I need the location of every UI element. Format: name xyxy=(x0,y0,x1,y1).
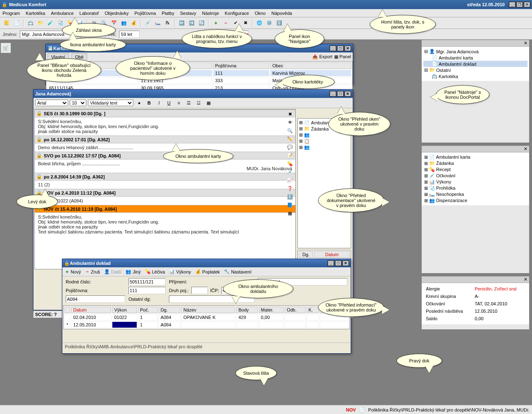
gear-icon[interactable]: ⚙️ xyxy=(265,19,273,27)
bed-icon[interactable]: 🛏️ xyxy=(154,19,162,27)
font-select[interactable]: Arial xyxy=(35,100,68,106)
menu-konfigurace[interactable]: Konfigurace xyxy=(225,11,249,16)
menu-nastroje[interactable]: Nástroje xyxy=(202,11,219,16)
info-icon[interactable]: ℹ️ xyxy=(286,193,294,200)
question-icon[interactable]: ❓ xyxy=(286,185,294,192)
close-icon[interactable]: ✕ xyxy=(524,40,527,46)
maximize-button[interactable]: □ xyxy=(337,91,344,97)
jiny-button[interactable]: 👥Jiný xyxy=(126,269,141,274)
calendar-icon[interactable]: 📅 xyxy=(110,19,118,27)
entry-body[interactable]: Výkony: 01022 (A084) xyxy=(35,197,295,205)
minimize-button[interactable]: _ xyxy=(330,45,336,51)
lab-icon[interactable]: 🧪 xyxy=(46,19,55,27)
tree-node[interactable]: ⊞ 👥 xyxy=(299,144,350,150)
menu-objednavky[interactable]: Objednávky xyxy=(104,11,128,16)
entries-list[interactable]: 🔒 SES čt 30.9.1999 00:00 [Dg. ]S:Svědění… xyxy=(34,109,296,269)
edit-icon[interactable]: 📝 xyxy=(286,152,294,159)
close-icon[interactable]: ✕ xyxy=(524,146,527,152)
search-icon[interactable]: 🔍 xyxy=(286,127,294,134)
minimize-button[interactable]: _ xyxy=(509,2,515,7)
grid-icon[interactable]: ▦ xyxy=(286,209,294,217)
druh-input[interactable] xyxy=(191,287,208,294)
left-arrow-icon[interactable]: ⬅️ xyxy=(178,19,186,27)
table-row[interactable]: 02.04.2010010221A084OPAKOVANÉ K4290,00 xyxy=(64,314,349,321)
pill-icon[interactable]: 💊 xyxy=(286,160,294,167)
windows-tree[interactable]: ⊟ 👤 Mgr. Jana Adamcová 📄 Ambulantní kart… xyxy=(422,47,529,81)
book-icon[interactable]: 📘 xyxy=(286,201,294,209)
add-icon[interactable]: ＋ xyxy=(211,19,220,27)
eye-icon[interactable]: 👁 xyxy=(286,119,294,126)
entry-header[interactable]: 🔒 po 16.12.2002 17:01 [Dg. A362] xyxy=(35,136,295,143)
size-select[interactable]: 10 xyxy=(70,100,86,106)
syringe-icon[interactable]: 💉 xyxy=(144,19,152,27)
entry-body[interactable]: Bolest břicha, průjem ..................… xyxy=(35,159,295,173)
entry-body[interactable]: 11 (2) xyxy=(35,181,295,189)
maximize-button[interactable]: ❐ xyxy=(516,2,523,7)
maximize-button[interactable]: □ xyxy=(335,260,342,266)
money-icon[interactable]: 💰 xyxy=(130,19,138,27)
close-button[interactable]: ✕ xyxy=(344,45,351,51)
menu-platby[interactable]: Platby xyxy=(162,11,174,16)
entry-header[interactable]: 🔒 NOV čt 15.4.2010 11:19 [Dg. A084] xyxy=(35,205,295,213)
people-icon[interactable]: 👥 xyxy=(120,19,128,27)
menu-laborator[interactable]: Laboratoř xyxy=(79,11,99,16)
dalsi-button[interactable]: 👤Další xyxy=(104,269,121,274)
entry-body[interactable]: Demo dekurs Hrtanový záškrt.............… xyxy=(35,143,295,152)
document-icon[interactable]: 📄 xyxy=(12,19,21,27)
refresh-icon[interactable]: 🔄 xyxy=(197,19,206,27)
left-dock[interactable]: 🛒 xyxy=(1,43,11,53)
menu-program[interactable]: Program xyxy=(2,11,20,16)
documentation-tree[interactable]: ⊞ 📄 Ambulantní karta⊞ 📁 Žádanka⊞ 💊 Recep… xyxy=(422,152,529,205)
maximize-button[interactable]: □ xyxy=(337,45,344,51)
chart-icon[interactable]: 📈 xyxy=(286,176,294,184)
leciva-button[interactable]: 💊Léčiva xyxy=(145,269,165,274)
info-icon[interactable]: ℹ️ xyxy=(275,19,283,27)
entry-body[interactable]: S:Svědění konečníku,Obj: klidné hemoroid… xyxy=(35,117,295,136)
syringe-icon[interactable]: 💉 xyxy=(286,168,294,176)
circle-icon[interactable]: ● xyxy=(135,99,143,107)
close-button[interactable]: ✕ xyxy=(342,260,349,266)
entry-header[interactable]: 🔒 po 2.8.2004 14:39 [Dg. A362] xyxy=(35,173,295,181)
tree-node[interactable]: 📄 Ambulantní karta xyxy=(423,55,527,61)
col-obec[interactable]: Obec xyxy=(270,62,352,69)
vek-field[interactable]: 59 let xyxy=(119,31,140,38)
align-left-icon[interactable]: ≡ xyxy=(175,99,183,107)
zrus-button[interactable]: －Zruš xyxy=(85,269,100,275)
folder-icon[interactable]: 📁 xyxy=(36,19,45,27)
tree-node[interactable]: ⊞ 👥 Dispenzarizace xyxy=(423,197,527,204)
entry-header[interactable]: 🔒 NOV pá 2.4.2010 11:12 [Dg. A084] xyxy=(35,189,295,197)
tree-node[interactable]: ⊟ 📁 Ostatní xyxy=(423,67,527,73)
poplatek-button[interactable]: 💰Poplatek xyxy=(195,269,220,274)
card-icon[interactable]: 📇 xyxy=(26,19,35,27)
menu-okno[interactable]: Okno xyxy=(255,11,266,16)
minimize-button[interactable]: _ xyxy=(328,260,334,266)
doklad-grid[interactable]: DatumVýkonPoč.Dg.NázevBodyMater.Odb.K.Pa… xyxy=(63,305,350,329)
rc-input[interactable] xyxy=(128,278,166,286)
tree-node[interactable]: ⊞ 🩺 Prohlídka xyxy=(423,185,527,191)
zdg-input[interactable] xyxy=(66,295,125,303)
menu-napoveda[interactable]: Nápověda xyxy=(271,11,292,16)
tree-node[interactable]: ⊟ 👤 Mgr. Jana Adamcová xyxy=(423,48,527,55)
close-icon[interactable]: ✕ xyxy=(524,277,527,282)
bbraun-icon[interactable]: 🛒 xyxy=(3,45,9,51)
minimize-button[interactable]: _ xyxy=(330,91,336,97)
tree-node[interactable]: ⊞ 💉 Očkování xyxy=(423,173,527,179)
stetho-icon[interactable]: 🩺 xyxy=(56,19,64,27)
entry-body[interactable]: S:Svědění konečníku,Obj: klidné hemoroid… xyxy=(35,213,295,236)
style-select[interactable]: Vkládaný text xyxy=(88,100,133,106)
table-row[interactable]: *12.05.20101A084 xyxy=(64,321,349,328)
entry-header[interactable]: 🔒 SES čt 30.9.1999 00:00 [Dg. ] xyxy=(35,109,295,117)
novy-button[interactable]: ＋Nový xyxy=(65,269,81,275)
chat-icon[interactable]: 💬 xyxy=(286,143,294,151)
align-center-icon[interactable]: ☰ xyxy=(185,99,193,107)
right-arrow-icon[interactable]: ➡️ xyxy=(188,19,196,27)
globe-icon[interactable]: 🌐 xyxy=(255,19,264,27)
pen-icon[interactable]: ✏️ xyxy=(286,135,294,143)
remove-icon[interactable]: － xyxy=(221,19,230,27)
book-icon[interactable]: 📒 xyxy=(2,19,11,27)
export-button[interactable]: 📤 Export xyxy=(312,54,332,59)
tree-node[interactable]: 📇 Kartotéka xyxy=(423,73,527,79)
italic-icon[interactable]: I xyxy=(155,99,163,107)
table-icon[interactable]: ▦ xyxy=(204,99,213,107)
rx-icon[interactable]: ℞ xyxy=(164,19,172,27)
